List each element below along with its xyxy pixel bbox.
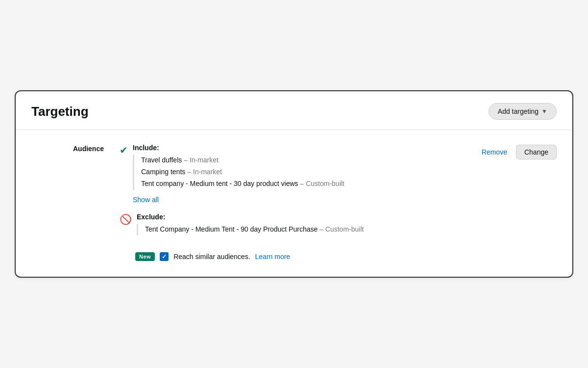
audience-label: Audience: [31, 144, 120, 240]
similar-audiences-row: New ✓ Reach similar audiences. Learn mor…: [31, 252, 557, 261]
item-separator: – In-market: [184, 156, 219, 164]
include-body: Include: Travel duffels – In-market Camp…: [133, 144, 478, 204]
exclude-section: 🚫 Exclude: Tent Company - Medium Tent - …: [120, 213, 478, 240]
card-header: Targeting Add targeting ▼: [16, 91, 572, 130]
list-item: Tent company - Medium tent - 30 day prod…: [141, 178, 478, 190]
include-items-list: Travel duffels – In-market Camping tents…: [133, 155, 478, 189]
exclude-body: Exclude: Tent Company - Medium Tent - 90…: [137, 213, 478, 240]
audience-content: ✔ Include: Travel duffels – In-market Ca…: [120, 144, 478, 240]
targeting-card: Targeting Add targeting ▼ Audience ✔ Inc…: [15, 90, 573, 277]
item-name: Camping tents: [141, 168, 185, 176]
include-section: ✔ Include: Travel duffels – In-market Ca…: [120, 144, 478, 204]
include-heading: Include:: [133, 144, 478, 152]
checkmark: ✓: [162, 253, 167, 260]
item-name: Travel duffels: [141, 156, 182, 164]
item-name: Tent company - Medium tent - 30 day prod…: [141, 180, 298, 187]
page-title: Targeting: [31, 104, 89, 119]
item-name: Tent Company - Medium Tent - 90 day Prod…: [145, 225, 318, 233]
learn-more-link[interactable]: Learn more: [255, 253, 291, 261]
list-item: Tent Company - Medium Tent - 90 day Prod…: [145, 224, 478, 236]
new-badge: New: [135, 252, 155, 261]
remove-button[interactable]: Remove: [478, 146, 511, 158]
change-button[interactable]: Change: [516, 145, 557, 159]
checkmark-icon: ✔: [120, 144, 128, 156]
similar-audiences-text: Reach similar audiences.: [173, 253, 250, 261]
item-separator: – Custom-built: [300, 180, 344, 187]
add-targeting-label: Add targeting: [498, 107, 539, 115]
item-separator: – In-market: [187, 168, 222, 176]
item-separator: – Custom-built: [319, 225, 364, 233]
add-targeting-button[interactable]: Add targeting ▼: [489, 103, 557, 120]
exclude-heading: Exclude:: [137, 213, 478, 221]
no-entry-icon: 🚫: [120, 213, 132, 225]
audience-row: Audience ✔ Include: Travel duffels – In-…: [31, 144, 557, 240]
exclude-items-list: Tent Company - Medium Tent - 90 day Prod…: [137, 224, 478, 236]
list-item: Travel duffels – In-market: [141, 155, 478, 166]
card-body: Audience ✔ Include: Travel duffels – In-…: [16, 130, 572, 276]
checkbox-checked[interactable]: ✓: [160, 252, 169, 261]
list-item: Camping tents – In-market: [141, 166, 478, 178]
chevron-down-icon: ▼: [541, 108, 547, 115]
actions-column: Remove Change: [478, 144, 557, 159]
show-all-link[interactable]: Show all: [133, 196, 159, 204]
